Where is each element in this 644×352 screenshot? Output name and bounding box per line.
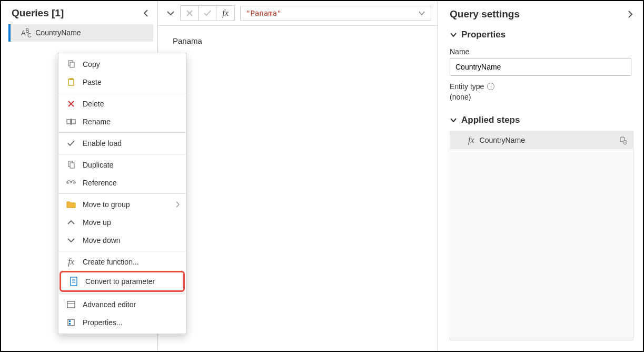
svg-rect-4 <box>67 120 71 124</box>
formula-input[interactable]: "Panama" <box>240 6 431 21</box>
step-settings-icon[interactable] <box>618 135 628 145</box>
ctx-move-down[interactable]: Move down <box>58 231 186 249</box>
queries-title: Queries [1] <box>12 7 64 19</box>
ctx-rename[interactable]: Rename <box>58 113 186 131</box>
ctx-move-to-group[interactable]: Move to group <box>58 195 186 213</box>
ctx-label: Move to group <box>83 200 130 209</box>
copy-icon <box>66 59 76 70</box>
formula-bar-buttons: fx <box>180 5 235 21</box>
query-settings-panel: Query settings Properties Name Entity ty… <box>438 1 643 351</box>
properties-label: Properties <box>461 30 506 40</box>
ctx-create-function[interactable]: fx Create function... <box>58 253 186 271</box>
formula-confirm-button[interactable] <box>199 6 216 21</box>
ctx-label: Reference <box>83 179 117 187</box>
ctx-convert-to-parameter[interactable]: Convert to parameter <box>60 271 185 292</box>
chevron-right-icon <box>175 201 180 208</box>
formula-bar: fx "Panama" <box>158 1 438 26</box>
ctx-separator <box>58 93 186 93</box>
fx-icon: fx <box>468 135 474 145</box>
ctx-label: Move down <box>83 236 121 245</box>
name-label: Name <box>450 43 631 58</box>
queries-panel: Queries [1] ABC CountryName Copy Paste D… <box>1 1 158 351</box>
applied-steps-section: Applied steps <box>438 109 643 129</box>
info-icon[interactable]: i <box>487 83 494 90</box>
applied-steps-list: fx CountryName <box>450 131 633 340</box>
svg-rect-2 <box>68 79 74 85</box>
settings-header: Query settings <box>438 5 643 23</box>
query-item-countryname[interactable]: ABC CountryName <box>8 24 153 42</box>
ctx-paste[interactable]: Paste <box>58 73 186 91</box>
ctx-label: Move up <box>83 218 111 227</box>
center-panel: fx "Panama" Panama <box>158 1 438 351</box>
editor-icon <box>66 299 76 310</box>
formula-bar-expand-icon[interactable] <box>164 9 177 17</box>
settings-title: Query settings <box>450 8 520 20</box>
formula-dropdown-icon[interactable] <box>418 11 425 16</box>
duplicate-icon <box>66 160 76 170</box>
ctx-separator <box>58 294 186 294</box>
rename-icon <box>66 116 76 127</box>
ctx-label: Properties... <box>83 318 122 327</box>
delete-icon <box>66 99 76 109</box>
formula-cancel-button[interactable] <box>181 6 199 21</box>
step-item[interactable]: fx CountryName <box>450 131 633 149</box>
ctx-delete[interactable]: Delete <box>58 95 186 113</box>
preview-value: Panama <box>173 36 202 45</box>
move-down-icon <box>66 235 76 246</box>
check-icon <box>66 138 76 149</box>
ctx-separator <box>58 193 186 194</box>
ctx-label: Delete <box>83 100 104 108</box>
svg-rect-5 <box>72 120 75 124</box>
step-name: CountryName <box>480 136 525 144</box>
query-context-menu: Copy Paste Delete Rename Enable lo <box>58 53 186 334</box>
svg-rect-16 <box>69 320 71 322</box>
ctx-separator <box>58 251 186 251</box>
ctx-label: Rename <box>83 118 111 126</box>
name-input[interactable] <box>450 58 631 76</box>
move-up-icon <box>66 217 76 228</box>
ctx-separator <box>58 132 186 133</box>
formula-value: "Panama" <box>246 9 281 17</box>
query-item-label: CountryName <box>35 28 81 37</box>
entity-type-label: Entity type <box>450 82 484 91</box>
text-type-icon: ABC <box>21 27 31 38</box>
applied-steps-toggle[interactable]: Applied steps <box>450 112 631 129</box>
ctx-reference[interactable]: Reference <box>58 174 186 192</box>
collapse-settings-icon[interactable] <box>627 10 633 18</box>
svg-rect-8 <box>70 163 74 168</box>
ctx-label: Paste <box>83 78 102 86</box>
svg-rect-3 <box>70 79 73 80</box>
ctx-label: Create function... <box>83 258 139 266</box>
ctx-label: Copy <box>83 60 100 69</box>
chevron-down-icon <box>450 32 457 37</box>
svg-rect-9 <box>71 277 77 286</box>
paste-icon <box>66 77 76 87</box>
applied-steps-label: Applied steps <box>461 115 520 125</box>
preview-area: Panama <box>158 26 438 56</box>
parameter-icon <box>68 276 79 287</box>
ctx-move-up[interactable]: Move up <box>58 213 186 231</box>
svg-rect-15 <box>68 319 74 326</box>
entity-type-value: (none) <box>450 91 631 105</box>
ctx-label: Advanced editor <box>83 300 136 309</box>
formula-fx-button[interactable]: fx <box>216 6 234 21</box>
properties-toggle[interactable]: Properties <box>450 26 631 43</box>
svg-rect-1 <box>70 62 74 67</box>
ctx-enable-load[interactable]: Enable load <box>58 134 186 152</box>
ctx-duplicate[interactable]: Duplicate <box>58 156 186 174</box>
properties-icon <box>66 317 76 328</box>
function-icon: fx <box>66 257 76 267</box>
ctx-copy[interactable]: Copy <box>58 55 186 73</box>
ctx-advanced-editor[interactable]: Advanced editor <box>58 296 186 314</box>
reference-icon <box>66 178 76 188</box>
entity-type-row: Entity type i <box>450 76 631 91</box>
collapse-queries-icon[interactable] <box>143 9 149 17</box>
ctx-label: Enable load <box>83 139 122 148</box>
chevron-down-icon <box>450 118 457 123</box>
properties-section: Properties Name Entity type i (none) <box>438 23 643 109</box>
ctx-properties[interactable]: Properties... <box>58 314 186 331</box>
svg-rect-13 <box>67 301 75 308</box>
ctx-separator <box>58 154 186 154</box>
ctx-label: Duplicate <box>83 161 113 169</box>
folder-icon <box>66 199 76 210</box>
